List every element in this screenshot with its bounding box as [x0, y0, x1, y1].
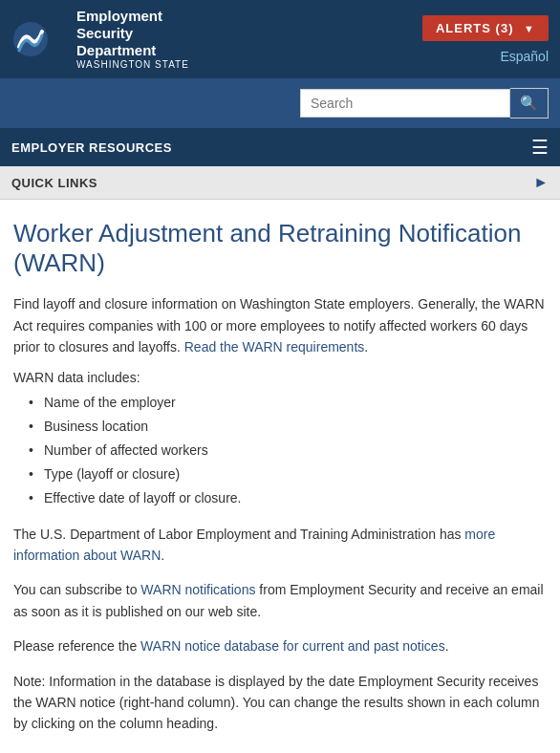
- logo-text: Employment Security Department WASHINGTO…: [76, 8, 189, 71]
- site-header: Employment Security Department WASHINGTO…: [0, 0, 560, 78]
- list-item: Type (layoff or closure): [29, 464, 547, 484]
- chevron-down-icon: ▼: [524, 23, 535, 34]
- reference-link-text: WARN notice database for current and pas…: [140, 638, 445, 654]
- subscribe-link[interactable]: WARN notifications: [140, 582, 255, 597]
- dol-text-before: The U.S. Department of Labor Employment …: [13, 527, 461, 542]
- quick-links-label: QUICK LINKS: [11, 176, 97, 190]
- hamburger-menu-button[interactable]: ☰: [531, 136, 549, 159]
- reference-period: .: [445, 638, 449, 654]
- list-item: Effective date of layoff or closure.: [29, 488, 547, 508]
- list-item-text: Number of affected workers: [44, 442, 208, 458]
- nav-title: EMPLOYER RESOURCES: [11, 140, 172, 155]
- logo-area: Employment Security Department WASHINGTO…: [11, 8, 189, 71]
- reference-text-before: Please reference the: [13, 638, 137, 654]
- espanol-link[interactable]: Español: [500, 49, 549, 64]
- reference-paragraph: Please reference the WARN notice databas…: [13, 635, 547, 656]
- dept-name-1: Employment: [76, 8, 189, 25]
- subscribe-text-before: You can subscribe to: [13, 582, 137, 597]
- data-includes-label: WARN data includes:: [13, 370, 547, 385]
- espanol-label: Español: [500, 49, 549, 64]
- list-item-text: Business location: [44, 419, 148, 434]
- dol-paragraph: The U.S. Department of Labor Employment …: [13, 524, 547, 567]
- subscribe-link-text: WARN notifications: [140, 582, 255, 597]
- list-item: Name of the employer: [29, 393, 547, 413]
- list-item-text: Name of the employer: [44, 395, 176, 410]
- quick-links-bar[interactable]: QUICK LINKS ►: [0, 166, 560, 200]
- logo-icon: [11, 11, 69, 68]
- quick-links-arrow-icon: ►: [533, 174, 549, 191]
- main-content: Worker Adjustment and Retraining Notific…: [0, 200, 560, 753]
- nav-bar: EMPLOYER RESOURCES ☰: [0, 128, 560, 166]
- list-item: Number of affected workers: [29, 441, 547, 461]
- period-1: .: [364, 339, 368, 355]
- list-item-text: Type (layoff or closure): [44, 466, 180, 482]
- note-text: Note: Information in the database is dis…: [13, 674, 539, 732]
- subscribe-paragraph: You can subscribe to WARN notifications …: [13, 579, 547, 622]
- search-icon: 🔍: [520, 95, 538, 111]
- read-warn-link[interactable]: Read the WARN requirements: [184, 339, 365, 355]
- search-form: 🔍: [300, 88, 549, 118]
- list-item-text: Effective date of layoff or closure.: [44, 490, 242, 506]
- bullet-list: Name of the employer Business location N…: [29, 393, 547, 508]
- header-right: ALERTS (3) ▼ Español: [422, 15, 549, 64]
- state-name: WASHINGTON STATE: [76, 59, 189, 71]
- page-title: Worker Adjustment and Retraining Notific…: [13, 219, 547, 278]
- read-warn-link-text: Read the WARN requirements: [184, 339, 365, 355]
- dept-name-3: Department: [76, 42, 189, 59]
- dept-name-2: Security: [76, 25, 189, 42]
- alerts-button[interactable]: ALERTS (3) ▼: [422, 15, 549, 41]
- note-paragraph: Note: Information in the database is dis…: [13, 671, 547, 735]
- intro-paragraph: Find layoff and closure information on W…: [13, 293, 547, 357]
- reference-link[interactable]: WARN notice database for current and pas…: [140, 638, 445, 654]
- alerts-label: ALERTS (3): [436, 21, 514, 35]
- list-item: Business location: [29, 417, 547, 437]
- dol-period: .: [161, 548, 164, 563]
- search-button[interactable]: 🔍: [510, 88, 549, 118]
- search-input[interactable]: [300, 89, 510, 118]
- search-bar: 🔍: [0, 78, 560, 128]
